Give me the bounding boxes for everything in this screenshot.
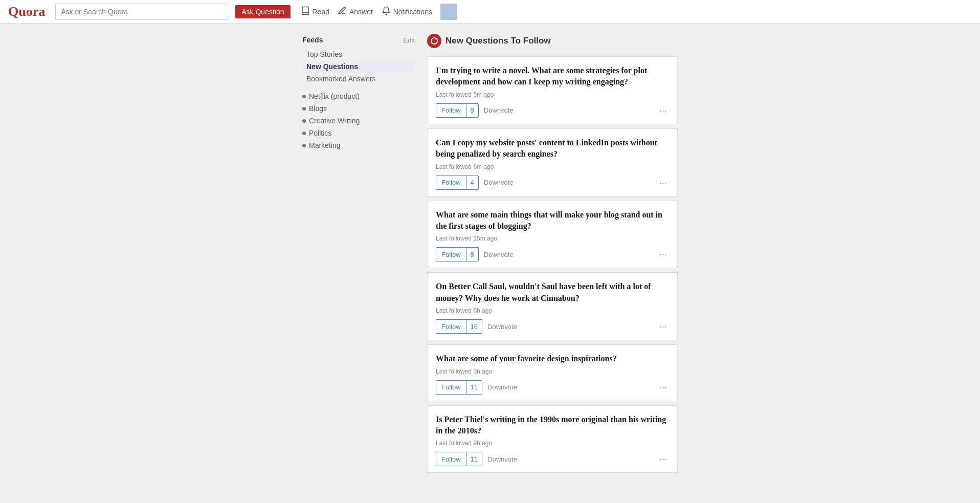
follow-label-q6[interactable]: Follow bbox=[436, 452, 466, 466]
bell-icon bbox=[382, 6, 391, 17]
question-card-q2: Can I copy my website posts' content to … bbox=[427, 128, 678, 196]
question-meta-q1: Last followed 5m ago bbox=[436, 91, 669, 98]
nav-answer[interactable]: Answer bbox=[338, 6, 373, 17]
question-actions-q4: Follow 16 Downvote ··· bbox=[436, 319, 669, 334]
page-body: Feeds Edit Top Stories New Questions Boo… bbox=[0, 24, 980, 487]
sidebar-item-new-questions[interactable]: New Questions bbox=[302, 60, 415, 73]
main-content: New Questions To Follow I'm trying to wr… bbox=[427, 34, 678, 477]
question-title-q1[interactable]: I'm trying to write a novel. What are so… bbox=[436, 65, 669, 88]
follow-button-q6[interactable]: Follow 11 bbox=[436, 452, 482, 466]
downvote-button-q6[interactable]: Downvote bbox=[487, 455, 517, 463]
question-meta-q5: Last followed 3h ago bbox=[436, 368, 669, 375]
question-actions-q1: Follow 8 Downvote ··· bbox=[436, 103, 669, 118]
question-meta-q4: Last followed 6h ago bbox=[436, 307, 669, 314]
question-card-q6: Is Peter Thiel's writing in the 1990s mo… bbox=[427, 405, 678, 473]
pencil-icon bbox=[338, 6, 347, 17]
main-header: Quora Ask Question Read Answer bbox=[0, 0, 980, 24]
downvote-button-q3[interactable]: Downvote bbox=[484, 251, 514, 258]
topic-dot-icon bbox=[302, 95, 306, 98]
follow-button-q2[interactable]: Follow 4 bbox=[436, 176, 479, 190]
follow-count-q5[interactable]: 11 bbox=[466, 381, 482, 394]
sidebar-header: Feeds Edit bbox=[302, 36, 415, 44]
question-actions-q5: Follow 11 Downvote ··· bbox=[436, 380, 669, 395]
book-icon bbox=[301, 6, 310, 17]
sidebar-topic-creative-writing[interactable]: Creative Writing bbox=[302, 115, 415, 127]
ask-question-button[interactable]: Ask Question bbox=[235, 5, 290, 18]
topic-label-marketing: Marketing bbox=[309, 141, 340, 149]
downvote-button-q1[interactable]: Downvote bbox=[484, 106, 514, 114]
section-icon-inner bbox=[431, 37, 438, 45]
question-card-q4: On Better Call Saul, wouldn't Saul have … bbox=[427, 272, 678, 340]
avatar[interactable] bbox=[440, 4, 457, 20]
topic-label-blogs: Blogs bbox=[309, 104, 327, 113]
section-header: New Questions To Follow bbox=[427, 34, 678, 48]
section-icon bbox=[427, 34, 441, 48]
sidebar-item-bookmarked-answers[interactable]: Bookmarked Answers bbox=[302, 73, 415, 85]
follow-count-q4[interactable]: 16 bbox=[466, 320, 482, 333]
feeds-title: Feeds bbox=[302, 36, 323, 44]
topic-label-politics: Politics bbox=[309, 129, 331, 137]
quora-logo[interactable]: Quora bbox=[8, 4, 45, 19]
nav-notifications-label: Notifications bbox=[393, 8, 432, 16]
question-title-q4[interactable]: On Better Call Saul, wouldn't Saul have … bbox=[436, 281, 669, 304]
question-card-q3: What are some main things that will make… bbox=[427, 201, 678, 269]
topic-dot-icon bbox=[302, 119, 306, 123]
follow-button-q1[interactable]: Follow 8 bbox=[436, 103, 479, 118]
sidebar-topic-marketing[interactable]: Marketing bbox=[302, 139, 415, 151]
nav-notifications[interactable]: Notifications bbox=[382, 6, 432, 17]
sidebar-nav: Top Stories New Questions Bookmarked Ans… bbox=[302, 48, 415, 85]
sidebar-topic-politics[interactable]: Politics bbox=[302, 127, 415, 139]
search-input[interactable] bbox=[55, 4, 229, 20]
question-actions-q2: Follow 4 Downvote ··· bbox=[436, 176, 669, 190]
follow-count-q6[interactable]: 11 bbox=[466, 452, 482, 466]
question-meta-q3: Last followed 15m ago bbox=[436, 235, 669, 242]
topic-dot-icon bbox=[302, 132, 306, 135]
question-actions-q3: Follow 8 Downvote ··· bbox=[436, 247, 669, 261]
follow-button-q5[interactable]: Follow 11 bbox=[436, 380, 482, 395]
nav-read[interactable]: Read bbox=[301, 6, 329, 17]
follow-count-q2[interactable]: 4 bbox=[466, 176, 478, 189]
downvote-button-q4[interactable]: Downvote bbox=[487, 323, 517, 331]
question-meta-q2: Last followed 6m ago bbox=[436, 163, 669, 170]
more-button-q2[interactable]: ··· bbox=[657, 178, 669, 187]
topic-label-creative-writing: Creative Writing bbox=[309, 117, 360, 125]
sidebar-item-top-stories[interactable]: Top Stories bbox=[302, 48, 415, 60]
more-button-q6[interactable]: ··· bbox=[657, 454, 669, 464]
follow-count-q3[interactable]: 8 bbox=[466, 248, 478, 261]
question-card-q5: What are some of your favorite design in… bbox=[427, 344, 678, 401]
more-button-q3[interactable]: ··· bbox=[657, 250, 669, 259]
follow-label-q2[interactable]: Follow bbox=[436, 176, 466, 189]
follow-button-q3[interactable]: Follow 8 bbox=[436, 247, 479, 261]
follow-label-q5[interactable]: Follow bbox=[436, 381, 466, 394]
sidebar: Feeds Edit Top Stories New Questions Boo… bbox=[302, 34, 415, 477]
follow-count-q1[interactable]: 8 bbox=[466, 104, 478, 117]
more-button-q1[interactable]: ··· bbox=[657, 106, 669, 115]
question-actions-q6: Follow 11 Downvote ··· bbox=[436, 452, 669, 466]
question-title-q2[interactable]: Can I copy my website posts' content to … bbox=[436, 137, 669, 160]
feeds-edit-button[interactable]: Edit bbox=[404, 36, 415, 44]
sidebar-topics: Netflix (product) Blogs Creative Writing… bbox=[302, 90, 415, 151]
more-button-q5[interactable]: ··· bbox=[657, 383, 669, 392]
follow-button-q4[interactable]: Follow 16 bbox=[436, 319, 482, 334]
question-card-q1: I'm trying to write a novel. What are so… bbox=[427, 56, 678, 124]
question-title-q5[interactable]: What are some of your favorite design in… bbox=[436, 353, 669, 364]
header-nav: Read Answer Notifications bbox=[301, 4, 457, 20]
nav-read-label: Read bbox=[313, 8, 329, 16]
sidebar-topic-netflix[interactable]: Netflix (product) bbox=[302, 90, 415, 102]
follow-label-q1[interactable]: Follow bbox=[436, 104, 466, 117]
question-title-q3[interactable]: What are some main things that will make… bbox=[436, 209, 669, 232]
topic-dot-icon bbox=[302, 107, 306, 111]
more-button-q4[interactable]: ··· bbox=[657, 322, 669, 331]
topic-label-netflix: Netflix (product) bbox=[309, 92, 360, 100]
follow-label-q4[interactable]: Follow bbox=[436, 320, 466, 333]
section-title: New Questions To Follow bbox=[446, 36, 551, 46]
downvote-button-q5[interactable]: Downvote bbox=[487, 383, 517, 391]
question-meta-q6: Last followed 9h ago bbox=[436, 440, 669, 447]
follow-label-q3[interactable]: Follow bbox=[436, 248, 466, 261]
sidebar-topic-blogs[interactable]: Blogs bbox=[302, 102, 415, 115]
downvote-button-q2[interactable]: Downvote bbox=[484, 179, 514, 186]
topic-dot-icon bbox=[302, 144, 306, 147]
question-title-q6[interactable]: Is Peter Thiel's writing in the 1990s mo… bbox=[436, 414, 669, 437]
nav-answer-label: Answer bbox=[349, 8, 373, 16]
